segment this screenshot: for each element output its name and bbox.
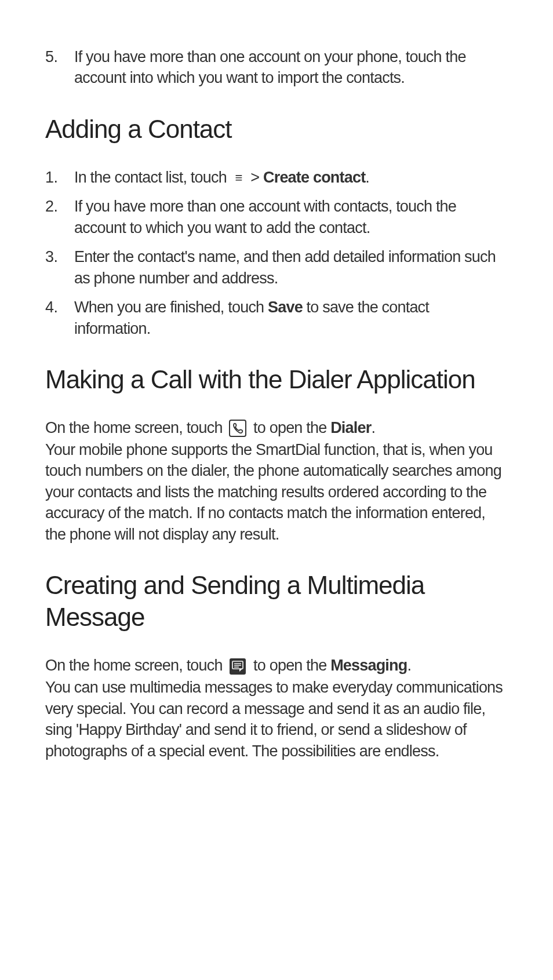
messaging-paragraph: On the home screen, touch to open the Me…: [45, 655, 508, 762]
bold-text: Save: [268, 298, 303, 316]
prelist-section: 5. If you have more than one account on …: [45, 46, 508, 89]
list-item: 5. If you have more than one account on …: [45, 46, 508, 89]
list-item: 2. If you have more than one account wit…: [45, 196, 508, 238]
list-number: 4.: [45, 297, 74, 339]
list-number: 1.: [45, 167, 74, 188]
text-suffix: .: [365, 169, 369, 186]
svg-rect-0: [230, 420, 246, 436]
list-text: Enter the contact's name, and then add d…: [74, 246, 508, 289]
text-prefix: On the home screen, touch: [45, 657, 226, 674]
text-rest: Your mobile phone supports the SmartDial…: [45, 441, 501, 543]
text-period: .: [371, 419, 375, 436]
text-rest: You can use multimedia messages to make …: [45, 679, 503, 759]
heading-multimedia-message: Creating and Sending a Multimedia Messag…: [45, 569, 508, 633]
menu-icon: ≡: [235, 169, 242, 187]
phone-icon: [227, 418, 248, 439]
text-prefix: When you are finished, touch: [74, 298, 268, 316]
bold-text: Messaging: [330, 657, 407, 674]
adding-contact-list: 1. In the contact list, touch ≡ > Create…: [45, 167, 508, 339]
heading-making-call: Making a Call with the Dialer Applicatio…: [45, 363, 508, 395]
heading-adding-contact: Adding a Contact: [45, 113, 508, 145]
list-text: In the contact list, touch ≡ > Create co…: [74, 167, 369, 188]
list-number: 5.: [45, 46, 74, 89]
text-mid: to open the: [249, 657, 330, 674]
text-prefix: In the contact list, touch: [74, 169, 231, 186]
messaging-icon: [227, 656, 248, 677]
list-number: 3.: [45, 246, 74, 289]
list-item: 4. When you are finished, touch Save to …: [45, 297, 508, 339]
text-mid: to open the: [249, 419, 330, 436]
text-prefix: On the home screen, touch: [45, 419, 226, 436]
list-item: 1. In the contact list, touch ≡ > Create…: [45, 167, 508, 188]
dialer-paragraph: On the home screen, touch to open the Di…: [45, 417, 508, 545]
bold-text: Dialer: [330, 419, 371, 436]
list-number: 2.: [45, 196, 74, 238]
bold-text: Create contact: [263, 169, 365, 186]
text-period: .: [407, 657, 411, 674]
list-text: If you have more than one account on you…: [74, 46, 508, 89]
text-gt: >: [247, 169, 263, 186]
list-text: When you are finished, touch Save to sav…: [74, 297, 508, 339]
list-text: If you have more than one account with c…: [74, 196, 508, 238]
list-item: 3. Enter the contact's name, and then ad…: [45, 246, 508, 289]
